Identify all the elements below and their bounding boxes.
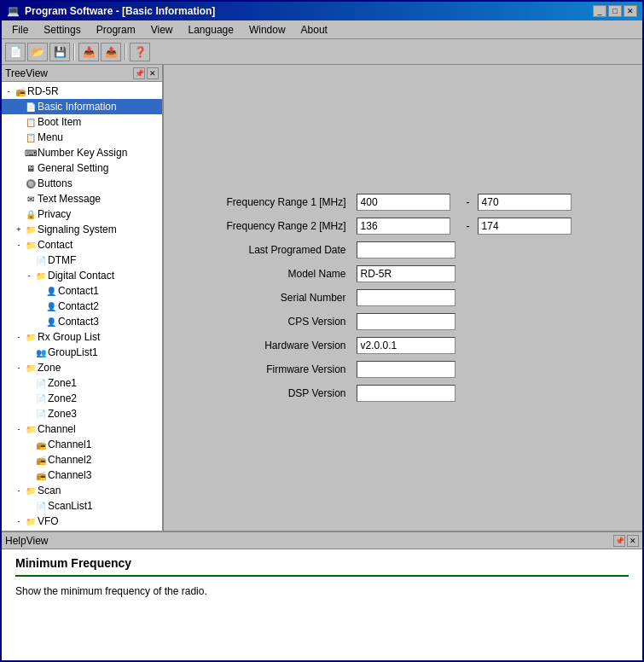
label-channel1: Channel1 (48, 438, 91, 450)
icon-dtmf: 📄 (34, 253, 48, 267)
icon-channel3: 📻 (34, 468, 48, 482)
expand-rx-group[interactable]: - (14, 333, 24, 341)
toolbar-read[interactable]: 📥 (78, 43, 99, 61)
tree-item-number-key[interactable]: ⌨ Number Key Assign (2, 145, 162, 160)
expand-text-message (14, 195, 24, 203)
tree-item-zone3[interactable]: 📄 Zone3 (2, 406, 162, 421)
tree-item-vfo[interactable]: - 📁 VFO (2, 514, 162, 529)
label-last-prog: Last Programed Date (226, 244, 351, 256)
expand-signaling[interactable]: + (14, 225, 24, 234)
minimize-button[interactable]: _ (593, 5, 606, 17)
label-digital-contact: Digital Contact (48, 270, 114, 282)
expand-channel[interactable]: - (14, 425, 24, 433)
expand-digital-contact[interactable]: - (24, 271, 34, 280)
tree-item-dtmf[interactable]: 📄 DTMF (2, 253, 162, 268)
tree-item-channel2[interactable]: 📻 Channel2 (2, 452, 162, 467)
menu-program[interactable]: Program (90, 22, 142, 38)
tree-item-signaling[interactable]: + 📁 Signaling System (2, 222, 162, 237)
tree-item-channel1[interactable]: 📻 Channel1 (2, 437, 162, 452)
toolbar-open[interactable]: 📂 (27, 43, 48, 61)
toolbar-help[interactable]: ❓ (130, 43, 150, 61)
tree-item-contact3[interactable]: 👤 Contact3 (2, 314, 162, 329)
label-model: Model Name (226, 268, 351, 280)
menu-window[interactable]: Window (242, 22, 293, 38)
icon-zone3: 📄 (34, 407, 48, 421)
icon-privacy: 🔒 (24, 207, 38, 221)
input-freq2-min[interactable] (357, 218, 450, 235)
tree-pin-btn[interactable]: 📌 (133, 67, 145, 79)
tree-item-buttons[interactable]: 🔘 Buttons (2, 176, 162, 191)
icon-zone2: 📄 (34, 392, 48, 405)
expand-rd5r[interactable]: - (3, 87, 14, 96)
tree-item-rd5r[interactable]: - 📻 RD-5R (2, 84, 162, 99)
toolbar-new[interactable]: 📄 (5, 43, 26, 61)
tree-item-general-setting[interactable]: 🖥 General Setting (2, 160, 162, 176)
help-header: HelpView 📌 ✕ (2, 532, 642, 549)
input-cps[interactable] (357, 313, 455, 330)
expand-vfo[interactable]: - (14, 517, 24, 526)
input-freq1-min[interactable] (357, 194, 450, 211)
label-zone1: Zone1 (48, 377, 77, 389)
maximize-button[interactable]: □ (608, 5, 622, 17)
tree-item-contact[interactable]: - 📁 Contact (2, 237, 162, 253)
tree-item-scan[interactable]: - 📁 Scan (2, 483, 162, 498)
tree-item-text-message[interactable]: ✉ Text Message (2, 191, 162, 206)
tree-item-zone[interactable]: - 📁 Zone (2, 360, 162, 375)
expand-contact[interactable]: - (14, 241, 24, 249)
close-button[interactable]: ✕ (624, 5, 637, 17)
menu-about[interactable]: About (294, 22, 334, 38)
help-pin-btn[interactable]: 📌 (613, 535, 625, 547)
input-serial[interactable] (357, 289, 455, 306)
icon-contact3: 👤 (44, 315, 58, 328)
menu-view[interactable]: View (144, 22, 180, 38)
menu-settings[interactable]: Settings (37, 22, 87, 38)
tree-item-menu[interactable]: 📋 Menu (2, 130, 162, 145)
tree-item-privacy[interactable]: 🔒 Privacy (2, 206, 162, 222)
toolbar-sep2 (125, 44, 126, 61)
tree-item-scanlist1[interactable]: 📄 ScanList1 (2, 498, 162, 514)
toolbar-sep1 (73, 44, 75, 61)
expand-zone3 (24, 409, 34, 418)
basic-info-form: Frequency Range 1 [MHz] - Frequency Rang… (226, 194, 579, 402)
expand-zone[interactable]: - (14, 363, 24, 372)
icon-grouplist1: 👥 (34, 346, 48, 359)
tree-item-channel[interactable]: - 📁 Channel (2, 421, 162, 437)
tree-item-zone2[interactable]: 📄 Zone2 (2, 391, 162, 406)
input-dsp[interactable] (357, 385, 455, 402)
toolbar-write[interactable]: 📤 (101, 43, 121, 61)
input-freq2-max[interactable] (478, 218, 571, 235)
tree-close-btn[interactable]: ✕ (147, 67, 159, 79)
icon-contact: 📁 (24, 238, 38, 252)
tree-item-grouplist1[interactable]: 👥 GroupList1 (2, 345, 162, 360)
icon-digital-contact: 📁 (34, 269, 48, 282)
menu-file[interactable]: File (5, 22, 35, 38)
tree-content[interactable]: - 📻 RD-5R 📄 Basic Information 📋 Boot Ite… (2, 82, 162, 531)
app-window: 💻 Program Software - [Basic Information]… (0, 0, 644, 662)
toolbar-save[interactable]: 💾 (49, 43, 70, 61)
input-hw[interactable] (357, 337, 455, 354)
tree-item-rx-group[interactable]: - 📁 Rx Group List (2, 329, 162, 345)
expand-channel1 (24, 440, 34, 449)
help-close-btn[interactable]: ✕ (627, 535, 639, 547)
expand-scan[interactable]: - (14, 486, 24, 495)
icon-buttons: 🔘 (24, 177, 38, 190)
app-icon: 💻 (7, 5, 20, 17)
icon-vfo-a: 📻 (34, 530, 48, 531)
tree-item-contact1[interactable]: 👤 Contact1 (2, 283, 162, 299)
input-model[interactable] (357, 265, 455, 282)
icon-scanlist1: 📄 (34, 499, 48, 513)
tree-item-boot-item[interactable]: 📋 Boot Item (2, 114, 162, 130)
icon-boot-item: 📋 (24, 115, 38, 129)
tree-item-contact2[interactable]: 👤 Contact2 (2, 299, 162, 314)
tree-item-zone1[interactable]: 📄 Zone1 (2, 375, 162, 391)
tree-item-basic-info[interactable]: 📄 Basic Information (2, 99, 162, 114)
label-contact: Contact (38, 239, 73, 251)
input-fw[interactable] (357, 361, 455, 378)
input-last-prog[interactable] (357, 241, 455, 258)
tree-item-channel3[interactable]: 📻 Channel3 (2, 467, 162, 483)
menu-language[interactable]: Language (182, 22, 241, 38)
input-freq1-max[interactable] (478, 194, 571, 211)
tree-item-vfo-a[interactable]: 📻 VFO A (2, 529, 162, 531)
help-header-controls: 📌 ✕ (613, 535, 639, 547)
tree-item-digital-contact[interactable]: - 📁 Digital Contact (2, 268, 162, 283)
